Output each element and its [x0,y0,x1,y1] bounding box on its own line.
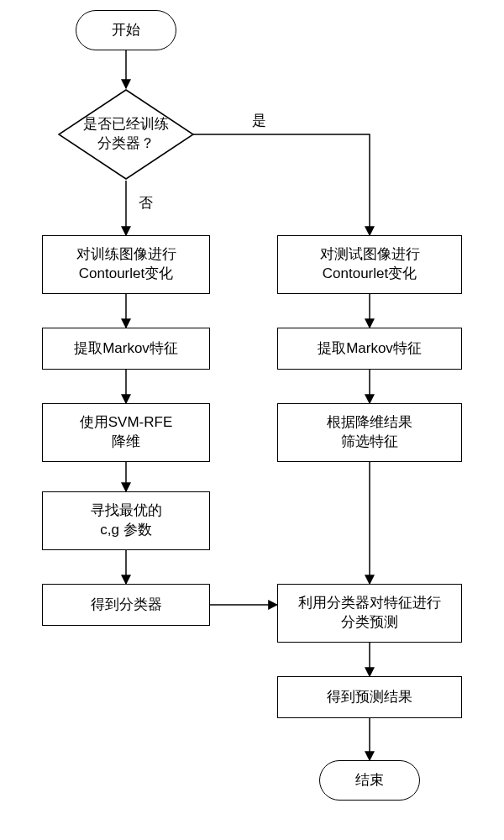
left-step-3-text: 使用SVM-RFE 降维 [80,413,173,452]
decision-text: 是否已经训练 分类器？ [83,115,169,154]
right-step-result: 得到预测结果 [277,676,462,718]
right-step-5-text: 得到预测结果 [327,688,412,707]
left-step-4-text: 寻找最优的 c,g 参数 [91,501,162,540]
left-step-classifier: 得到分类器 [42,584,210,626]
left-step-1-text: 对训练图像进行 Contourlet变化 [76,245,176,284]
right-step-1-text: 对测试图像进行 Contourlet变化 [320,245,420,284]
branch-no-label: 否 [139,193,153,213]
left-step-markov: 提取Markov特征 [42,328,210,370]
end-terminator: 结束 [319,760,420,801]
decision-node: 是否已经训练 分类器？ [57,88,195,181]
right-step-2-text: 提取Markov特征 [318,339,422,359]
left-step-params: 寻找最优的 c,g 参数 [42,491,210,550]
left-step-2-text: 提取Markov特征 [74,339,178,359]
branch-yes-label: 是 [252,111,266,130]
start-label: 开始 [112,21,140,40]
left-step-contourlet: 对训练图像进行 Contourlet变化 [42,235,210,294]
start-terminator: 开始 [76,10,176,50]
right-step-filter: 根据降维结果 筛选特征 [277,403,462,462]
flowchart-canvas: 开始 是否已经训练 分类器？ 是 否 对训练图像进行 Contourlet变化 … [0,0,504,840]
end-label: 结束 [355,771,384,790]
right-step-contourlet: 对测试图像进行 Contourlet变化 [277,235,462,294]
right-step-markov: 提取Markov特征 [277,328,462,370]
left-step-5-text: 得到分类器 [91,596,162,615]
right-step-3-text: 根据降维结果 筛选特征 [327,413,412,452]
right-step-predict: 利用分类器对特征进行 分类预测 [277,584,462,643]
right-step-4-text: 利用分类器对特征进行 分类预测 [298,594,441,633]
left-step-svmrfe: 使用SVM-RFE 降维 [42,403,210,462]
